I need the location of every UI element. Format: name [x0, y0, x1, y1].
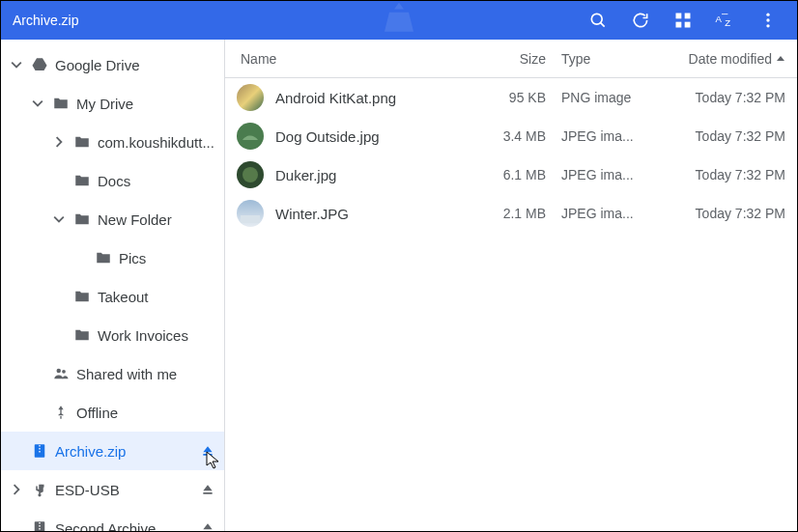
file-size: 6.1 MB — [474, 167, 561, 182]
file-name: Winter.JPG — [275, 206, 474, 222]
eject-icon[interactable] — [197, 483, 218, 496]
sidebar-item-label: My Drive — [72, 96, 218, 112]
svg-rect-16 — [39, 448, 41, 450]
table-row[interactable]: Dog Outside.jpg3.4 MBJPEG ima...Today 7:… — [225, 117, 797, 155]
search-icon[interactable] — [577, 1, 619, 40]
file-date: Today 7:32 PM — [662, 167, 785, 182]
sidebar-item-work-invoices[interactable]: Work Invoices — [1, 316, 224, 354]
svg-point-25 — [242, 167, 258, 182]
sidebar-item-archive[interactable]: Archive.zip — [1, 432, 224, 470]
svg-point-0 — [591, 14, 602, 24]
sidebar-item-esd-usb[interactable]: ESD-USB — [1, 470, 224, 509]
svg-text:Z: Z — [725, 17, 730, 28]
drive-icon — [28, 56, 51, 73]
table-row[interactable]: Duker.jpg6.1 MBJPEG ima...Today 7:32 PM — [225, 155, 797, 194]
column-header: Name Size Type Date modified — [225, 40, 797, 78]
chevron-down-icon[interactable] — [26, 98, 49, 109]
sidebar-item-label: Pics — [115, 250, 218, 266]
zip-icon — [28, 442, 51, 460]
chevron-right-icon[interactable] — [47, 136, 71, 148]
sidebar-item-new-folder[interactable]: New Folder — [1, 200, 224, 238]
folder-icon — [71, 172, 94, 189]
table-row[interactable]: Android KitKat.png95 KBPNG imageToday 7:… — [225, 78, 797, 117]
watermark-icon — [380, 0, 418, 42]
usb-icon — [28, 481, 51, 498]
sidebar-item-docs[interactable]: Docs — [1, 161, 224, 200]
file-date: Today 7:32 PM — [662, 206, 785, 221]
file-date: Today 7:32 PM — [662, 128, 785, 144]
file-type: JPEG ima... — [561, 167, 662, 182]
file-list[interactable]: Android KitKat.png95 KBPNG imageToday 7:… — [225, 78, 797, 531]
sidebar-item-label: Work Invoices — [94, 327, 218, 344]
file-size: 95 KB — [474, 90, 561, 105]
pin-icon — [49, 405, 72, 420]
file-size: 3.4 MB — [474, 128, 561, 144]
sidebar-item-second-archive[interactable]: Second Archive... — [1, 509, 224, 531]
more-icon[interactable] — [747, 1, 789, 40]
column-name[interactable]: Name — [237, 51, 474, 67]
column-date-label: Date modified — [689, 51, 772, 67]
app-header: Archive.zip AZ — [1, 1, 797, 40]
svg-rect-15 — [39, 445, 41, 447]
file-thumbnail — [237, 200, 264, 227]
sidebar-item-takeout[interactable]: Takeout — [1, 277, 224, 316]
file-date: Today 7:32 PM — [662, 90, 785, 105]
svg-line-1 — [601, 23, 605, 27]
file-thumbnail — [237, 84, 264, 111]
zip-icon — [28, 519, 51, 531]
folder-icon — [49, 95, 72, 112]
view-grid-icon[interactable] — [662, 1, 704, 40]
window-title: Archive.zip — [13, 13, 78, 28]
file-type: JPEG ima... — [561, 206, 662, 221]
refresh-icon[interactable] — [619, 1, 662, 40]
folder-icon — [92, 249, 115, 266]
file-panel: Name Size Type Date modified Android Kit… — [225, 40, 797, 531]
column-date[interactable]: Date modified — [662, 51, 785, 67]
sidebar-item-koushik[interactable]: com.koushikdutt... — [1, 123, 224, 161]
file-thumbnail — [237, 161, 264, 188]
sidebar-item-label: Docs — [94, 173, 218, 189]
svg-point-22 — [237, 84, 264, 111]
file-type: PNG image — [561, 90, 662, 105]
sidebar-item-label: Takeout — [94, 289, 218, 305]
folder-icon — [71, 326, 94, 344]
svg-text:A: A — [716, 14, 723, 24]
svg-rect-4 — [676, 22, 682, 28]
chevron-down-icon[interactable] — [47, 213, 71, 225]
svg-point-12 — [57, 369, 62, 374]
eject-icon[interactable] — [197, 521, 218, 531]
sidebar-item-my-drive[interactable]: My Drive — [1, 84, 224, 123]
sidebar-item-label: com.koushikdutt... — [94, 134, 218, 151]
sidebar-item-offline[interactable]: Offline — [1, 393, 224, 432]
svg-rect-3 — [685, 14, 691, 19]
sidebar-item-label: ESD-USB — [51, 482, 197, 498]
sidebar-item-label: Google Drive — [51, 57, 218, 73]
folder-icon — [71, 133, 94, 151]
folder-icon — [71, 210, 94, 228]
svg-point-9 — [766, 14, 769, 16]
sidebar-item-pics[interactable]: Pics — [1, 238, 224, 277]
file-name: Duker.jpg — [275, 167, 474, 183]
folder-icon — [71, 288, 94, 305]
chevron-down-icon[interactable] — [5, 59, 28, 70]
column-size[interactable]: Size — [474, 51, 561, 67]
sidebar[interactable]: Google Drive My Drive com.koushikdutt...… — [1, 40, 225, 531]
sidebar-item-label: Shared with me — [72, 366, 218, 382]
svg-rect-21 — [39, 528, 41, 530]
sidebar-item-label: Second Archive... — [51, 520, 197, 532]
column-type[interactable]: Type — [561, 51, 662, 67]
svg-rect-17 — [39, 451, 41, 453]
chevron-right-icon[interactable] — [5, 484, 28, 495]
file-name: Dog Outside.jpg — [275, 128, 474, 145]
file-type: JPEG ima... — [561, 128, 662, 144]
sidebar-item-label: Offline — [72, 405, 218, 421]
sidebar-item-label: Archive.zip — [51, 443, 197, 460]
sidebar-item-google-drive[interactable]: Google Drive — [1, 45, 224, 84]
svg-rect-27 — [241, 215, 260, 223]
sort-asc-icon — [776, 54, 785, 64]
people-icon — [49, 365, 72, 382]
sidebar-item-shared[interactable]: Shared with me — [1, 354, 224, 393]
table-row[interactable]: Winter.JPG2.1 MBJPEG ima...Today 7:32 PM — [225, 194, 797, 233]
sort-az-icon[interactable]: AZ — [704, 1, 747, 40]
eject-icon[interactable] — [197, 444, 218, 458]
